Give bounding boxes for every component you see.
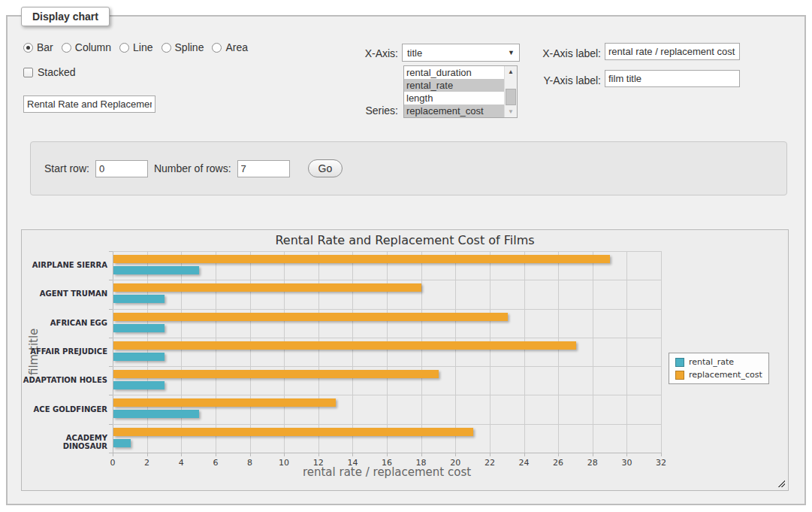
series-option-length[interactable]: length <box>404 92 504 105</box>
x-tick-label: 10 <box>269 458 299 468</box>
chart-title: Rental Rate and Replacement Cost of Film… <box>22 233 788 247</box>
fieldset-legend-title: Display chart <box>21 7 110 26</box>
series-option-rental_duration[interactable]: rental_duration <box>404 66 504 79</box>
chart-type-radio-spline[interactable]: Spline <box>161 41 204 53</box>
x-axis-label-input[interactable] <box>605 43 740 60</box>
radio-label-spline: Spline <box>175 41 204 53</box>
y-tickmark <box>109 424 113 425</box>
radio-label-line: Line <box>133 41 152 53</box>
listbox-scrollbar[interactable]: ▲ ▼ <box>504 66 517 117</box>
x-tick-label: 26 <box>543 458 573 468</box>
x-tick-label: 18 <box>406 458 436 468</box>
x-gridline <box>455 251 456 453</box>
resize-handle-icon[interactable] <box>777 479 785 487</box>
stacked-checkbox[interactable] <box>23 68 33 77</box>
y-tickmark <box>109 453 113 453</box>
radio-button-column[interactable] <box>62 43 71 53</box>
y-tickmark <box>109 309 113 310</box>
chart-type-radio-line[interactable]: Line <box>119 41 152 53</box>
legend-item-rental_rate[interactable]: rental_rate <box>675 357 762 367</box>
y-gridline <box>113 366 661 367</box>
legend-item-replacement_cost[interactable]: replacement_cost <box>675 370 762 380</box>
radio-label-area: Area <box>225 41 248 53</box>
series-option-replacement_cost[interactable]: replacement_cost <box>404 105 504 117</box>
scroll-down-icon[interactable]: ▼ <box>505 106 517 117</box>
y-tickmark <box>109 251 113 252</box>
chart-type-radio-area[interactable]: Area <box>212 41 248 53</box>
bar-replacement_cost <box>113 398 336 407</box>
number-of-rows-input[interactable] <box>237 160 290 177</box>
go-button[interactable]: Go <box>308 159 343 177</box>
scrollbar-thumb[interactable] <box>506 89 516 105</box>
bar-rental_rate <box>113 381 165 389</box>
x-gridline <box>318 251 319 453</box>
y-tickmark <box>109 395 113 395</box>
category-label: AIRPLANE SIERRA <box>22 261 107 269</box>
y-axis-label-field-label: Y-Axis label: <box>533 74 601 86</box>
bar-rental_rate <box>113 353 165 361</box>
legend-label-replacement_cost: replacement_cost <box>689 370 762 380</box>
chart-panel: Rental Rate and Replacement Cost of Film… <box>21 229 789 491</box>
radio-label-bar: Bar <box>37 41 53 53</box>
legend-marker-rental_rate <box>675 358 684 367</box>
category-label: AFFAIR PREJUDICE <box>22 347 107 356</box>
x-tick-label: 14 <box>337 458 367 468</box>
radio-label-column: Column <box>75 41 111 53</box>
x-gridline <box>216 251 216 453</box>
x-gridline <box>352 251 353 453</box>
x-gridline <box>524 251 525 453</box>
x-gridline <box>250 251 251 453</box>
bar-rental_rate <box>113 324 165 332</box>
x-tick-label: 0 <box>98 458 128 468</box>
radio-button-line[interactable] <box>119 43 129 53</box>
category-label: AFRICAN EGG <box>22 319 107 327</box>
x-tick-label: 22 <box>475 458 505 468</box>
bar-replacement_cost <box>113 255 610 263</box>
series-option-rental_rate[interactable]: rental_rate <box>404 79 504 92</box>
stacked-label: Stacked <box>38 66 76 78</box>
rows-box: Start row: Number of rows: Go <box>30 141 787 195</box>
x-gridline <box>558 251 559 453</box>
category-label: ACE GOLDFINGER <box>22 405 107 414</box>
start-row-input[interactable] <box>95 160 148 177</box>
bar-replacement_cost <box>113 341 576 350</box>
chart-type-radio-column[interactable]: Column <box>62 41 111 53</box>
chart-type-radio-bar[interactable]: Bar <box>23 41 53 53</box>
bar-rental_rate <box>113 439 131 447</box>
x-axis-select-value: title <box>407 47 422 59</box>
y-tickmark <box>109 338 113 338</box>
series-listbox[interactable]: rental_durationrental_ratelengthreplacem… <box>403 65 518 118</box>
bar-replacement_cost <box>113 313 508 321</box>
x-tickmark <box>661 453 662 456</box>
y-tickmark <box>109 366 113 367</box>
y-tickmark <box>109 280 113 280</box>
radio-button-area[interactable] <box>212 43 222 53</box>
number-of-rows-label: Number of rows: <box>154 162 231 174</box>
x-gridline <box>661 251 662 453</box>
bar-replacement_cost <box>113 370 439 378</box>
radio-button-bar[interactable] <box>23 43 33 53</box>
y-gridline <box>113 453 661 453</box>
radio-button-spline[interactable] <box>161 43 171 53</box>
category-label: ADAPTATION HOLES <box>22 376 107 384</box>
start-row-label: Start row: <box>44 162 89 174</box>
x-tick-label: 8 <box>235 458 265 468</box>
scroll-up-icon[interactable]: ▲ <box>505 66 517 77</box>
dropdown-arrow-icon: ▼ <box>508 49 515 56</box>
chart-legend: rental_ratereplacement_cost <box>669 353 769 384</box>
bar-replacement_cost <box>113 428 473 436</box>
x-gridline <box>490 251 491 453</box>
category-label: ACADEMY DINOSAUR <box>22 434 107 450</box>
x-tick-label: 16 <box>372 458 402 468</box>
x-axis-select-label: X-Axis: <box>340 47 398 59</box>
y-gridline <box>113 309 661 310</box>
bar-replacement_cost <box>113 283 421 292</box>
x-axis-label-field-label: X-Axis label: <box>533 47 601 59</box>
x-gridline <box>421 251 422 453</box>
series-label: Series: <box>340 105 398 117</box>
chart-title-input[interactable] <box>23 95 155 113</box>
y-axis-label-input[interactable] <box>605 70 740 87</box>
stacked-checkbox-row[interactable]: Stacked <box>23 66 76 78</box>
x-axis-select[interactable]: title ▼ <box>402 44 520 62</box>
y-gridline <box>113 280 661 280</box>
